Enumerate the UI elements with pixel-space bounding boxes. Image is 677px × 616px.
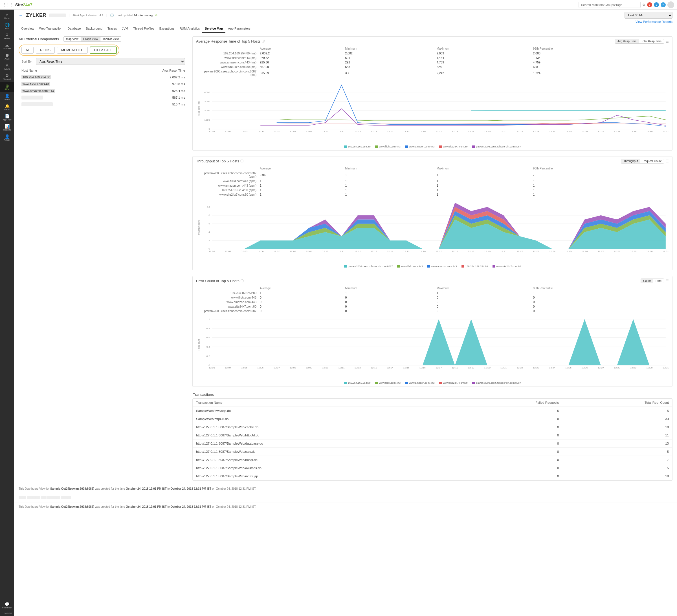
- chip-all[interactable]: All: [21, 47, 34, 54]
- side-label: APM: [4, 88, 9, 91]
- transaction-row[interactable]: http://127.0.1.1:8087/SampleWeb/nosql.do…: [193, 456, 672, 464]
- seg-option[interactable]: Total Resp Time: [639, 39, 664, 43]
- svg-text:12:19: 12:19: [468, 130, 475, 133]
- side-icon: ⬢: [0, 53, 14, 57]
- svg-text:12:29: 12:29: [630, 367, 637, 369]
- svg-text:12:09: 12:09: [306, 367, 312, 369]
- legend-item: 169.254.169.254:80: [461, 265, 488, 268]
- seg-option[interactable]: Rate: [653, 279, 664, 283]
- sidall-item-vmware[interactable]: ☁VMware: [0, 41, 14, 51]
- sidall-item-reports[interactable]: 📊Reports: [0, 122, 14, 133]
- chip-redis[interactable]: REDIS: [36, 47, 55, 54]
- transaction-row[interactable]: http://127.0.1.1:8087/SampleWeb/calc.do0…: [193, 448, 672, 456]
- seg-option[interactable]: Throughput: [621, 159, 640, 163]
- tab-database[interactable]: Database: [65, 25, 83, 33]
- host-row[interactable]: www.amazon.com:443925.4 ms: [18, 87, 188, 94]
- tab-exceptions[interactable]: Exceptions: [157, 25, 177, 33]
- sort-select[interactable]: Avg. Resp. Time: [36, 58, 185, 65]
- svg-text:12:30: 12:30: [646, 367, 653, 369]
- seg-option[interactable]: Avg Resp Time: [615, 39, 639, 43]
- svg-text:12:16: 12:16: [419, 130, 426, 133]
- search-input[interactable]: [579, 2, 641, 8]
- svg-text:12:25: 12:25: [565, 367, 572, 369]
- back-arrow-icon[interactable]: ←: [18, 13, 23, 18]
- sidall-item-azure[interactable]: AAzure: [0, 61, 14, 72]
- sidall-item-aws[interactable]: ⬢AWS: [0, 51, 14, 61]
- view-toggle[interactable]: Map ViewGraph ViewTabular View: [63, 36, 121, 42]
- transaction-row[interactable]: http://127.0.1.1:8087/SampleWeb/aws/sqs.…: [193, 464, 672, 472]
- side-icon: 🌐: [0, 22, 14, 27]
- svg-text:12:12: 12:12: [355, 367, 361, 369]
- host-row[interactable]: 169.254.169.254:802,002.2 ms: [18, 74, 188, 81]
- tab-service-map[interactable]: Service Map: [202, 25, 225, 33]
- transaction-row[interactable]: http://127.0.1.1:8087/SampleWeb/database…: [193, 439, 672, 448]
- svg-text:12:11: 12:11: [338, 250, 345, 252]
- thru-seg[interactable]: ThroughputRequest Count: [621, 159, 664, 163]
- transaction-row[interactable]: SampleWeb/httpUrl.do033: [193, 415, 672, 423]
- svg-text:12:08: 12:08: [290, 130, 296, 133]
- footer-note-2: This Dashboard View for Sample-Oct24(paw…: [14, 502, 677, 511]
- sidall-item-applogs[interactable]: 📄AppLogs: [0, 112, 14, 122]
- user-avatar[interactable]: [667, 1, 674, 8]
- side-icon: 👤: [0, 94, 14, 98]
- svg-text:12:11: 12:11: [338, 130, 345, 133]
- err-seg[interactable]: CountRate: [641, 279, 664, 283]
- refresh-icon[interactable]: ⟳: [155, 14, 157, 17]
- view-tabular-view[interactable]: Tabular View: [100, 37, 121, 41]
- host-row[interactable]: blurred-host-a567.1 ms: [18, 94, 188, 101]
- sidall-item-web[interactable]: 🌐Web: [0, 21, 14, 31]
- settings-icon[interactable]: ⚙: [642, 3, 645, 7]
- side-label: Server: [4, 37, 10, 40]
- tab-thread-profiles[interactable]: Thread Profiles: [131, 25, 157, 33]
- panel-menu-icon[interactable]: ☰: [666, 40, 669, 43]
- svg-text:12:06: 12:06: [257, 250, 264, 252]
- section-title: All External Components: [18, 37, 59, 41]
- chip-http-call[interactable]: HTTP CALL: [90, 47, 117, 54]
- host-row[interactable]: blurred-host-b-longer515.7 ms: [18, 101, 188, 108]
- footer-blur-row: xxxx xxxxxxxx xxx xxxxxxxx xxxxxx: [14, 493, 677, 502]
- tab-jvm[interactable]: JVM: [119, 25, 131, 33]
- view-map-view[interactable]: Map View: [64, 37, 81, 41]
- svg-text:12:08: 12:08: [290, 250, 296, 252]
- tab-background[interactable]: Background: [83, 25, 105, 33]
- tab-traces[interactable]: Traces: [105, 25, 119, 33]
- transaction-row[interactable]: http://127.0.1.1:8087/SampleWeb/httpUrl.…: [193, 431, 672, 439]
- notif-badge[interactable]: 2: [654, 2, 659, 7]
- svg-text:12:12: 12:12: [355, 130, 361, 133]
- panel-menu-icon[interactable]: ☰: [666, 159, 669, 163]
- seg-option[interactable]: Request Count: [640, 159, 664, 163]
- tab-app-parameters[interactable]: App Parameters: [225, 25, 253, 33]
- legend-item: pawan-2008.csez.zohocorpin.com:8087: [344, 265, 393, 268]
- panel-menu-icon[interactable]: ☰: [666, 279, 669, 283]
- transaction-row[interactable]: http://127.0.1.1:8087/SampleWeb/index.js…: [193, 472, 672, 480]
- time-range-select[interactable]: Last 30 Min: [625, 12, 673, 18]
- alert-badge[interactable]: 5: [647, 2, 652, 7]
- sidall-item-rum[interactable]: 👤RUM: [0, 92, 14, 102]
- chip-memcached[interactable]: MEMCACHED: [57, 47, 88, 54]
- host-row[interactable]: www.flickr.com:443979.8 ms: [18, 81, 188, 87]
- tab-rum-analytics[interactable]: RUM Analytics: [177, 25, 202, 33]
- tab-web-transaction[interactable]: Web Transaction: [37, 25, 65, 33]
- sidall-item-alarms[interactable]: 🔔Alarms: [0, 102, 14, 112]
- info-icon[interactable]: ⓘ: [241, 279, 244, 283]
- help-icon[interactable]: ?: [661, 2, 666, 7]
- tab-overview[interactable]: Overview: [18, 25, 37, 33]
- sidebar-feedback[interactable]: 💬Feedback: [0, 600, 14, 610]
- view-perf-reports-link[interactable]: View Performance Reports: [636, 20, 673, 23]
- sidall-item-server[interactable]: 🖥Server: [0, 31, 14, 41]
- transaction-row[interactable]: SampleWeb/aws/sqs.do55: [193, 407, 672, 415]
- view-graph-view[interactable]: Graph View: [81, 37, 100, 41]
- seg-option[interactable]: Count: [641, 279, 653, 283]
- info-icon[interactable]: ⓘ: [262, 39, 265, 43]
- sidall-item-admin[interactable]: 👤Admin: [0, 133, 14, 143]
- sidall-item-network[interactable]: ⚙Network: [0, 72, 14, 82]
- info-icon[interactable]: ⓘ: [240, 159, 243, 163]
- sidall-item-apm[interactable]: ◎APM: [0, 82, 14, 92]
- transaction-row[interactable]: http://127.0.1.1:8087/SampleWeb/cache.do…: [193, 423, 672, 431]
- sidall-item-home[interactable]: ⌂Home: [0, 11, 14, 21]
- resp-seg[interactable]: Avg Resp TimeTotal Resp Time: [615, 39, 664, 44]
- apps-icon[interactable]: ⋮⋮⋮: [3, 3, 13, 7]
- app-name: ZYLKER: [26, 12, 46, 18]
- sidebar: ⌂Home🌐Web🖥Server☁VMware⬢AWSAAzure⚙Networ…: [0, 10, 14, 616]
- transactions-title: Transactions: [192, 392, 673, 398]
